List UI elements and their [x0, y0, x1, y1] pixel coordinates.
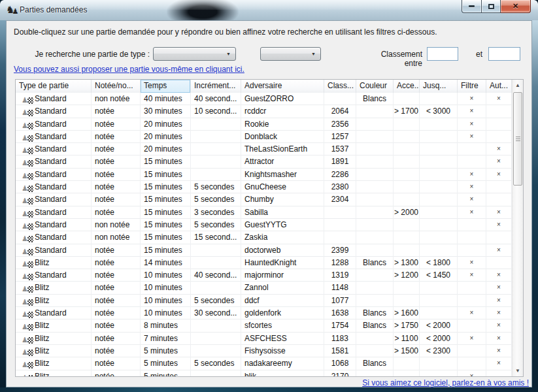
table-row[interactable]: ♟Standardnotée30 minutes10 second...rcdd…: [16, 105, 512, 118]
chessboard-pawn-icon: ♟: [22, 122, 33, 129]
maximize-button[interactable]: [481, 0, 501, 13]
table-row[interactable]: ♟Standardnon notée15 minutes15 second...…: [16, 231, 512, 244]
table-row[interactable]: ♟Standardnotée10 minutes30 second...gold…: [16, 307, 512, 319]
column-header-type[interactable]: Type de partie: [16, 80, 92, 93]
cell-increment: [191, 131, 241, 143]
cell-couleur: Blancs: [356, 319, 394, 332]
cell-temps: 10 minutes: [141, 269, 191, 282]
cell-increment: [191, 282, 241, 294]
chessboard-pawn-icon: ♟: [22, 273, 33, 280]
column-header-increment[interactable]: Incrément...: [191, 80, 241, 93]
table-row[interactable]: ♟Standardnotée20 minutesDonblack1257×: [16, 131, 512, 143]
maximize-icon: [488, 4, 494, 9]
table-row[interactable]: ♟Standardnotée15 minutesAttractor1891×: [16, 155, 512, 168]
cell-couleur: [356, 206, 394, 219]
cell-acce: [394, 155, 420, 168]
column-header-temps[interactable]: ▼Temps: [141, 80, 191, 93]
chessboard-pawn-icon: ♟: [22, 374, 33, 376]
table-row[interactable]: ♟Blitznotée5 minutesFishysoisse1581> 150…: [16, 345, 512, 357]
table-row[interactable]: ♟Standardnotée15 minutes5 secondesGnuChe…: [16, 181, 512, 193]
cell-type: ♟Standard: [16, 193, 92, 206]
game-type-label: Standard: [35, 106, 67, 116]
table-row[interactable]: ♟Blitznotée10 minutesZannol1148×: [16, 282, 512, 294]
cell-notee: notée: [92, 370, 141, 376]
cell-couleur: [356, 169, 394, 181]
cell-acce: [394, 181, 420, 193]
cell-increment: 5 secondes: [191, 357, 241, 370]
chessboard-pawn-icon: ♟: [22, 323, 33, 331]
column-header-acce[interactable]: Acce...: [394, 80, 420, 93]
table-row[interactable]: ♟Standardnotée20 minutesRookie2356×: [16, 118, 512, 131]
table-row[interactable]: ♟Standardnotée10 minutes40 second...majo…: [16, 269, 512, 282]
cell-increment: 40 second...: [191, 269, 241, 282]
table-row[interactable]: ♟Blitznotée14 minutesHauntedKnight1288Bl…: [16, 257, 512, 269]
cell-notee: notée: [92, 105, 141, 118]
table-row[interactable]: ♟Standardnon notée15 minutes5 secondesGu…: [16, 219, 512, 231]
cell-temps: 8 minutes: [141, 319, 191, 332]
column-header-filtre[interactable]: Filtre: [458, 80, 486, 93]
cell-adversaire: Zannol: [241, 282, 324, 294]
cell-filtre: [458, 319, 486, 332]
cell-aut: ×: [486, 169, 512, 181]
cell-increment: 5 secondes: [191, 181, 241, 193]
scroll-down-button[interactable]: ▼: [513, 365, 523, 376]
game-type-label: Standard: [35, 270, 67, 280]
table-row[interactable]: ♟Standardnotée15 minutesdoctorweb2399×: [16, 244, 512, 257]
cell-type: ♟Blitz: [16, 357, 92, 370]
table-row[interactable]: ♟Blitznotée5 minutesblik2170×: [16, 370, 512, 376]
table-row[interactable]: ♟Standardnotée15 minutes5 secondesChumby…: [16, 193, 512, 206]
propose-game-link[interactable]: Vous pouvez aussi proposer une partie vo…: [14, 65, 244, 74]
cell-adversaire: Zaskia: [241, 231, 324, 244]
share-link[interactable]: Si vous aimez ce logiciel, parlez-en à v…: [362, 378, 529, 387]
cell-adversaire: sfcortes: [241, 319, 324, 332]
chessboard-pawn-icon: ♟: [22, 235, 33, 242]
cell-notee: notée: [92, 269, 141, 282]
cell-filtre: ×: [458, 257, 486, 269]
cell-temps: 15 minutes: [141, 219, 191, 231]
table-row[interactable]: ♟Blitznotée5 minutes5 secondesnadakareem…: [16, 357, 512, 370]
vertical-scrollbar[interactable]: ▲ ▼: [512, 80, 523, 376]
cell-aut: ×: [486, 155, 512, 168]
cell-notee: notée: [92, 282, 141, 294]
cell-adversaire: HauntedKnight: [241, 257, 324, 269]
cell-couleur: [356, 181, 394, 193]
column-header-jusq[interactable]: Jusq...: [420, 80, 458, 93]
cell-filtre: ×: [458, 105, 486, 118]
table-row[interactable]: ♟Blitznotée10 minutes5 secondesddcf1077×: [16, 295, 512, 307]
table-row[interactable]: ♟Standardnotée15 minutes3 secondesSabill…: [16, 206, 512, 219]
scrollbar-thumb[interactable]: [513, 92, 522, 186]
cell-aut: [486, 118, 512, 131]
cell-aut: ×: [486, 295, 512, 307]
table-row[interactable]: ♟Standardnotée20 minutesTheLastSionEarth…: [16, 143, 512, 155]
chessboard-pawn-icon: ♟: [22, 97, 33, 104]
cell-temps: 15 minutes: [141, 244, 191, 257]
table-row[interactable]: ♟Blitznotée7 minutesASFCHESS1183> 1100< …: [16, 333, 512, 345]
minimize-icon: [469, 5, 475, 7]
scroll-up-button[interactable]: ▲: [513, 80, 523, 91]
table-row[interactable]: ♟Standardnotée15 minutesKnightsmasher228…: [16, 169, 512, 181]
column-header-adversaire[interactable]: Adversaire: [241, 80, 324, 93]
column-header-classement[interactable]: Class...: [324, 80, 356, 93]
minimize-button[interactable]: [462, 0, 481, 13]
column-header-notee[interactable]: Notée/no...: [92, 80, 141, 93]
cell-acce: > 1200: [394, 269, 420, 282]
cell-classement: 2286: [324, 169, 356, 181]
game-type-dropdown[interactable]: ▼: [153, 47, 236, 61]
cell-adversaire: Attractor: [241, 155, 324, 168]
rating-min-input[interactable]: [427, 47, 458, 61]
cell-type: ♟Standard: [16, 143, 92, 155]
close-button[interactable]: ✕: [501, 0, 531, 13]
column-header-aut[interactable]: Aut...: [486, 80, 512, 93]
table-row[interactable]: ♟Standardnon notée40 minutes40 second...…: [16, 93, 512, 105]
column-header-couleur[interactable]: Couleur: [356, 80, 394, 93]
game-cadence-dropdown[interactable]: ▼: [260, 47, 321, 61]
rating-max-input[interactable]: [488, 47, 520, 61]
cell-classement: [324, 93, 356, 105]
game-type-label: Standard: [35, 94, 67, 103]
game-type-label: Blitz: [35, 372, 50, 376]
cell-filtre: [458, 143, 486, 155]
game-type-filter-label: Je recherche une partie de type :: [14, 50, 150, 59]
cell-temps: 20 minutes: [141, 118, 191, 131]
cell-temps: 14 minutes: [141, 257, 191, 269]
table-row[interactable]: ♟Blitznotée8 minutessfcortes1754Blancs> …: [16, 319, 512, 332]
